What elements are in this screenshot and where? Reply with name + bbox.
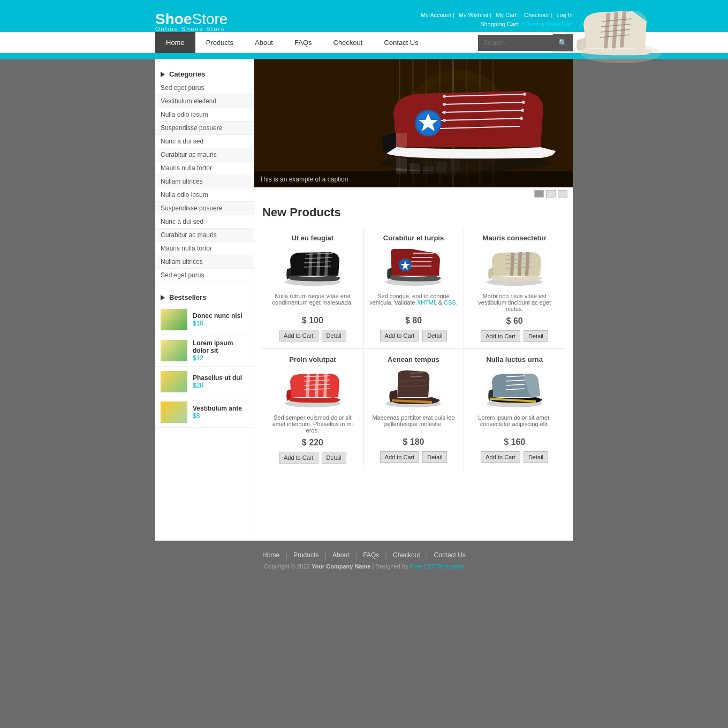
- slide-dot-1[interactable]: [534, 190, 544, 198]
- category-3[interactable]: Nulla odio ipsum: [155, 108, 254, 122]
- footer-home-link[interactable]: Home: [262, 551, 279, 559]
- checkout-link[interactable]: Checkout: [524, 12, 549, 18]
- svg-point-34: [523, 93, 526, 96]
- category-15[interactable]: Sed eget purus: [155, 269, 254, 282]
- product-3-add-cart[interactable]: Add to Cart: [481, 330, 520, 342]
- product-6-actions: Add to Cart Detail: [468, 451, 560, 463]
- bestseller-price-1: $10: [193, 320, 242, 327]
- product-2-actions: Add to Cart Detail: [368, 330, 460, 342]
- bestseller-info-2: Lorem ipsum dolor sit $12: [193, 339, 248, 362]
- category-4[interactable]: Suspendisse posuere: [155, 122, 254, 135]
- svg-line-63: [411, 373, 423, 373]
- search-input[interactable]: [478, 35, 553, 51]
- bestseller-2: Lorem ipsum dolor sit $12: [155, 335, 254, 367]
- category-7[interactable]: Mauris nulla tortor: [155, 162, 254, 175]
- slide-dots: [254, 187, 573, 200]
- footer-contact-link[interactable]: Contact Us: [434, 551, 466, 559]
- category-10[interactable]: Suspendisse posuere: [155, 202, 254, 215]
- my-wishlist-link[interactable]: My Wishlist: [459, 12, 489, 18]
- product-2-name: Curabitur et turpis: [368, 234, 460, 242]
- product-3-desc: Morbi non risus vitae est vestibulum tin…: [468, 293, 560, 312]
- footer-about-link[interactable]: About: [332, 551, 349, 559]
- css-link[interactable]: CSS: [444, 299, 456, 306]
- slide-shoe-svg: [359, 75, 562, 171]
- nav-about[interactable]: About: [244, 32, 284, 53]
- bestseller-thumb-3: [161, 371, 187, 392]
- product-5-detail[interactable]: Detail: [422, 451, 447, 463]
- product-2-desc: Sed congue, erat id congue vehicula. Val…: [368, 293, 460, 312]
- category-8[interactable]: Nullam ultrices: [155, 175, 254, 188]
- my-cart-link[interactable]: My Cart: [496, 12, 517, 18]
- bestsellers-title: Bestsellers: [155, 290, 254, 305]
- logo-tagline: Online Shoes Store: [155, 26, 228, 32]
- nav-home[interactable]: Home: [155, 32, 195, 53]
- product-4-price: $ 220: [267, 438, 359, 448]
- footer-sep-2: |: [325, 551, 327, 559]
- bestseller-name-1[interactable]: Donec nunc nisl: [193, 312, 242, 320]
- product-2-detail[interactable]: Detail: [422, 330, 447, 342]
- category-13[interactable]: Mauris nulla tortor: [155, 242, 254, 255]
- product-6-image: [482, 369, 547, 409]
- category-5[interactable]: Nunc a dui sed: [155, 135, 254, 148]
- product-6-detail[interactable]: Detail: [524, 451, 548, 463]
- slide-caption: This is an example of a caption: [254, 171, 573, 187]
- svg-point-30: [443, 95, 446, 98]
- bestsellers-label: Bestsellers: [169, 293, 206, 301]
- designer-link[interactable]: Free CSS Templates: [410, 563, 464, 570]
- slide-dot-2[interactable]: [546, 190, 556, 198]
- footer-sep-1: |: [285, 551, 287, 559]
- slideshow: This is an example of a caption: [254, 59, 573, 187]
- products-section: New Products Ut eu feugiat: [254, 200, 573, 478]
- category-12[interactable]: Curabitur ac mauris: [155, 229, 254, 242]
- cart-text: Shopping Cart:: [480, 21, 521, 27]
- product-3: Mauris consectetur: [464, 228, 565, 348]
- product-6-add-cart[interactable]: Add to Cart: [481, 451, 520, 463]
- bestseller-thumb-2: [161, 340, 187, 361]
- category-1[interactable]: Sed eget purus: [155, 81, 254, 95]
- nav-contact[interactable]: Contact Us: [373, 32, 429, 53]
- nav-products[interactable]: Products: [195, 32, 244, 53]
- footer-sep-3: |: [355, 551, 357, 559]
- cart-items-link[interactable]: 3 Items: [521, 21, 541, 27]
- product-2-price: $ 80: [368, 316, 460, 325]
- logo-name-light: Store: [192, 11, 228, 27]
- product-5-add-cart[interactable]: Add to Cart: [380, 451, 420, 463]
- svg-point-31: [443, 103, 446, 106]
- nav-checkout[interactable]: Checkout: [323, 32, 374, 53]
- footer-checkout-link[interactable]: Checkout: [393, 551, 420, 559]
- product-2-add-cart[interactable]: Add to Cart: [380, 330, 420, 342]
- slide-dot-3[interactable]: [558, 190, 567, 198]
- bestseller-info-3: Phasellus ut dui $20: [193, 374, 242, 389]
- nav-faqs[interactable]: FAQs: [284, 32, 323, 53]
- bestseller-name-2[interactable]: Lorem ipsum dolor sit: [193, 339, 248, 354]
- category-6[interactable]: Curabitur ac mauris: [155, 148, 254, 162]
- category-11[interactable]: Nunc a dui sed: [155, 215, 254, 229]
- bestseller-price-2: $12: [193, 354, 248, 362]
- category-2[interactable]: Vestibulum eleifend: [155, 95, 254, 108]
- bestseller-name-4[interactable]: Vestibulum ante: [193, 405, 242, 412]
- footer-products-link[interactable]: Products: [293, 551, 318, 559]
- product-1-add-cart[interactable]: Add to Cart: [279, 330, 318, 342]
- product-1-detail[interactable]: Detail: [322, 330, 346, 342]
- product-3-detail[interactable]: Detail: [524, 330, 548, 342]
- product-3-actions: Add to Cart Detail: [468, 330, 560, 342]
- my-account-link[interactable]: My Account: [421, 12, 451, 18]
- category-14[interactable]: Nullam ultrices: [155, 255, 254, 269]
- product-6-desc: Lorem ipsum dolor sit amet, consectetur …: [468, 414, 560, 433]
- category-9[interactable]: Nulla odio ipsum: [155, 188, 254, 202]
- product-4-add-cart[interactable]: Add to Cart: [279, 452, 318, 464]
- svg-point-32: [443, 111, 446, 114]
- bestsellers-arrow-icon: [161, 295, 165, 300]
- product-2: Curabitur et turpis: [363, 228, 464, 348]
- xhtml-link[interactable]: XHTML: [417, 299, 437, 306]
- bestseller-name-3[interactable]: Phasellus ut dui: [193, 374, 242, 382]
- footer-faqs-link[interactable]: FAQs: [363, 551, 379, 559]
- hero-shoe-decoration: [557, 0, 664, 69]
- svg-line-64: [410, 376, 422, 377]
- bestseller-price-3: $20: [193, 382, 242, 389]
- products-title: New Products: [262, 206, 565, 219]
- svg-point-35: [522, 101, 525, 104]
- product-4-detail[interactable]: Detail: [322, 452, 346, 464]
- main-wrapper: Categories Sed eget purus Vestibulum ele…: [155, 59, 573, 541]
- product-1-actions: Add to Cart Detail: [267, 330, 359, 342]
